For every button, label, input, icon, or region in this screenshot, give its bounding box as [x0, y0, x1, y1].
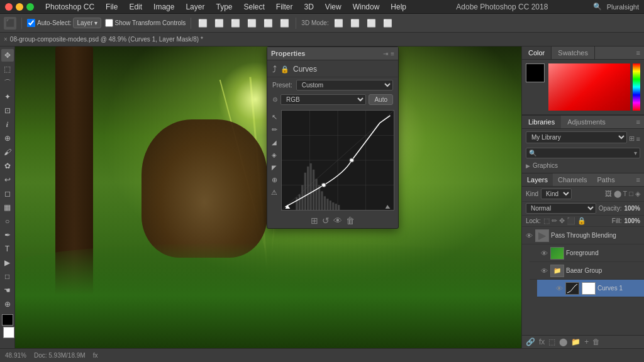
3d-rotate-icon[interactable]: ⬜ [333, 17, 345, 30]
layer-eye-icon[interactable]: 👁 [525, 231, 533, 240]
hand-tool[interactable]: ☚ [1, 284, 14, 297]
delete-layer-icon[interactable]: 🗑 [592, 337, 600, 346]
menu-type[interactable]: Type [211, 1, 237, 13]
menu-image[interactable]: Image [148, 1, 179, 13]
color-tab[interactable]: Color [522, 47, 552, 59]
eyedropper-tool[interactable]: 𝒊 [1, 118, 14, 131]
channels-tab[interactable]: Channels [553, 173, 592, 186]
panel-menu-icon[interactable]: ≡ [391, 50, 394, 57]
align-center-v-icon[interactable]: ⬜ [262, 17, 274, 30]
menu-view[interactable]: View [320, 1, 347, 13]
zoom-tool[interactable]: ⊕ [1, 298, 14, 310]
lock-transparency-icon[interactable]: ⬚ [543, 217, 550, 225]
search-dropdown-icon[interactable]: ▾ [634, 150, 637, 156]
lock-all-icon[interactable]: 🔒 [577, 217, 586, 225]
channel-select[interactable]: RGB Red Green Blue [280, 94, 366, 105]
maximize-button[interactable] [26, 3, 34, 11]
minimize-button[interactable] [16, 3, 23, 11]
tab-close-btn[interactable]: × [4, 36, 8, 43]
menu-photoshop[interactable]: Photoshop CC [40, 1, 99, 13]
library-dropdown[interactable]: My Library [526, 131, 627, 143]
transform-check[interactable]: Show Transform Controls [105, 19, 186, 27]
add-folder-icon[interactable]: 📁 [571, 337, 580, 346]
curves-channel-icon[interactable]: ⊞ [311, 216, 318, 226]
curves-edit-tool[interactable]: ✏ [269, 124, 280, 135]
3d-pan-icon[interactable]: ⬜ [349, 17, 362, 30]
canvas-area[interactable]: Properties ⇥ ≡ ⤴ 🔒 Curves Preset: Custom… [15, 47, 521, 348]
add-adjustment-icon[interactable]: ⬤ [559, 337, 567, 346]
kind-select[interactable]: Kind [541, 189, 572, 199]
menu-filter[interactable]: Filter [271, 1, 298, 13]
filter-smart-icon[interactable]: ◈ [635, 190, 640, 198]
color-saturation-field[interactable] [548, 63, 630, 111]
layers-tab[interactable]: Layers [522, 173, 553, 186]
path-select-tool[interactable]: ▶ [1, 256, 14, 269]
crop-tool[interactable]: ⊡ [1, 104, 14, 117]
layer-eye-icon[interactable]: 👁 [540, 249, 548, 258]
expand-icon[interactable]: ⇥ [383, 50, 388, 57]
curves-eyedropper-mid[interactable]: ◈ [269, 149, 280, 160]
layer-item[interactable]: 👁 📁 Baear Group [530, 262, 644, 280]
curves-canvas[interactable] [281, 110, 394, 211]
menu-file[interactable]: File [101, 1, 123, 13]
list-view-icon[interactable]: ≡ [636, 135, 640, 143]
filter-shape-icon[interactable]: □ [629, 190, 633, 198]
filter-adj-icon[interactable]: ⬤ [614, 190, 621, 198]
dodge-tool[interactable]: ○ [1, 215, 14, 228]
layers-panel-menu[interactable]: ≡ [633, 173, 644, 186]
rect-select-tool[interactable]: ⬚ [1, 63, 14, 75]
move-tool-btn[interactable]: ⬛ [4, 17, 16, 30]
grid-view-icon[interactable]: ⊞ [629, 134, 635, 143]
move-tool[interactable]: ✥ [1, 49, 14, 62]
layer-fx-icon[interactable]: fx [539, 337, 545, 346]
adjustments-tab[interactable]: Adjustments [561, 116, 612, 128]
layer-item[interactable]: 👁 Foreground [530, 244, 644, 262]
preset-select[interactable]: Custom Default [296, 80, 393, 90]
menu-select[interactable]: Select [238, 1, 269, 13]
pen-tool[interactable]: ✒ [1, 229, 14, 241]
align-bottom-icon[interactable]: ⬜ [278, 17, 291, 30]
auto-select-check[interactable]: Auto-Select: Layer ▾ [27, 18, 101, 28]
text-tool[interactable]: T [1, 243, 14, 255]
3d-scale-icon[interactable]: ⬜ [382, 17, 394, 30]
layer-dropdown[interactable]: Layer ▾ [73, 18, 101, 28]
add-link-icon[interactable]: 🔗 [526, 337, 535, 346]
menu-window[interactable]: Window [348, 1, 385, 13]
curves-eyedropper-white[interactable]: ◤ [269, 162, 280, 173]
auto-button[interactable]: Auto [369, 94, 393, 105]
lock-artboard-icon[interactable]: ⬛ [567, 217, 575, 225]
gradient-tool[interactable]: ▦ [1, 201, 14, 214]
search-input[interactable] [539, 150, 631, 156]
lock-position-icon[interactable]: ✥ [559, 217, 565, 225]
align-right-icon[interactable]: ⬜ [229, 17, 242, 30]
foreground-color[interactable] [2, 314, 13, 326]
libraries-tab[interactable]: Libraries [522, 116, 561, 128]
brush-tool[interactable]: 🖌 [1, 146, 14, 158]
filter-type-icon[interactable]: T [623, 190, 628, 198]
filter-pixel-icon[interactable]: 🖼 [605, 190, 612, 198]
align-left-icon[interactable]: ⬜ [196, 17, 209, 30]
transform-checkbox[interactable] [105, 19, 113, 27]
menu-layer[interactable]: Layer [180, 1, 209, 13]
swatches-tab[interactable]: Swatches [552, 47, 595, 59]
menu-help[interactable]: Help [386, 1, 411, 13]
curves-graph[interactable] [281, 110, 394, 211]
lib-panel-menu[interactable]: ≡ [633, 116, 644, 128]
history-brush-tool[interactable]: ↩ [1, 173, 14, 186]
auto-select-checkbox[interactable] [27, 19, 35, 27]
hue-bar[interactable] [633, 63, 640, 111]
shape-tool[interactable]: □ [1, 270, 14, 283]
add-layer-icon[interactable]: + [584, 337, 589, 346]
blend-mode-select[interactable]: Normal Multiply Screen [526, 203, 596, 214]
foreground-swatch[interactable] [526, 63, 545, 82]
curves-reset-icon[interactable]: ↺ [322, 216, 330, 226]
curves-sample-tool[interactable]: ⊕ [269, 174, 280, 185]
curves-eye-icon[interactable]: 👁 [333, 216, 342, 226]
graphics-subsection[interactable]: ▶ Graphics [526, 161, 640, 170]
close-button[interactable] [5, 3, 13, 11]
layer-eye-icon[interactable]: 👁 [555, 284, 564, 293]
curves-pointer-tool[interactable]: ↖ [269, 111, 280, 123]
background-color[interactable] [3, 327, 14, 338]
menu-edit[interactable]: Edit [124, 1, 147, 13]
lock-paint-icon[interactable]: ✏ [552, 217, 557, 225]
